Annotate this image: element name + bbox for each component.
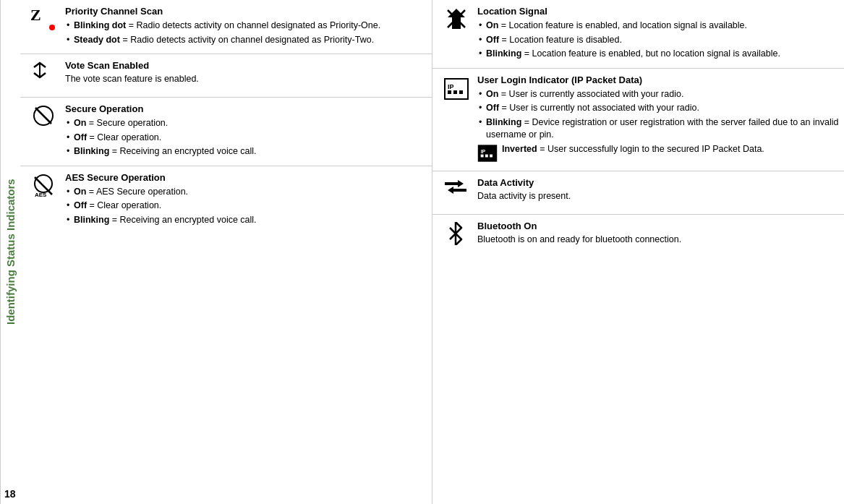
svg-point-3 (35, 175, 52, 192)
text-secure-on: = Secure operation. (89, 118, 168, 128)
row-bluetooth-on: Bluetooth On Bluetooth is on and ready f… (432, 215, 844, 258)
location-signal-text: Location Signal On = Location feature is… (474, 6, 840, 62)
term-location-on: On (486, 20, 498, 30)
svg-rect-13 (479, 145, 497, 161)
row-data-activity: Data Activity Data activity is present. (432, 171, 844, 215)
term-secure-on: On (74, 118, 86, 128)
text-aes-blinking: = Receiving an encrypted voice call. (112, 215, 257, 225)
term-steady-dot: Steady dot (74, 35, 120, 45)
bullet-location-blinking: Blinking = Location feature is enabled, … (477, 48, 840, 61)
icon-priority-channel-scan: Z (25, 6, 62, 33)
text-steady-dot: = Radio detects activity on channel desi… (122, 35, 374, 45)
data-activity-title: Data Activity (477, 177, 840, 188)
aes-secure-icon: AES (31, 174, 56, 198)
text-login-blinking: = Device registration or user registrati… (486, 117, 838, 140)
icon-location-cell (437, 6, 474, 29)
bullet-location-on: On = Location feature is enabled, and lo… (477, 20, 840, 33)
data-activity-subtitle: Data activity is present. (477, 191, 840, 201)
sidebar-label: Identifying Status Indicators (0, 0, 20, 504)
priority-scan-icon: Z (30, 7, 56, 33)
term-blinking-dot: Blinking dot (74, 20, 126, 30)
bullet-secure-off: Off = Clear operation. (65, 132, 427, 145)
row-secure-operation: Secure Operation On = Secure operation. … (20, 98, 432, 166)
icon-aes-cell: AES (25, 172, 62, 198)
row-priority-channel-scan: Z Priority Channel Scan Blinking dot = R… (20, 0, 432, 54)
text-blinking-dot: = Radio detects activity on channel desi… (129, 20, 380, 30)
text-location-blinking: = Location feature is enabled, but no lo… (524, 48, 780, 59)
main-content: Z Priority Channel Scan Blinking dot = R… (20, 0, 844, 504)
row-aes-secure: AES AES Secure Operation On = AES Secure… (20, 166, 432, 234)
icon-vote-scan-cell (25, 60, 62, 80)
term-aes-blinking: Blinking (74, 215, 109, 225)
left-panel: Z Priority Channel Scan Blinking dot = R… (20, 0, 432, 504)
bluetooth-icon (446, 222, 465, 244)
svg-text:IP: IP (448, 83, 454, 90)
svg-rect-12 (459, 90, 463, 94)
vote-scan-subtitle: The vote scan feature is enabled. (65, 74, 427, 84)
row-user-login: IP User Login Indicator (IP Packet Data)… (432, 69, 844, 171)
user-login-title: User Login Indicator (IP Packet Data) (477, 74, 840, 85)
term-location-blinking: Blinking (486, 48, 521, 59)
bullet-aes-on: On = AES Secure operation. (65, 186, 427, 199)
bluetooth-on-subtitle: Bluetooth is on and ready for bluetooth … (477, 234, 840, 244)
bullet-login-on: On = User is currently associated with y… (477, 88, 840, 101)
text-login-on: = User is currently associated with your… (501, 89, 684, 99)
bullet-login-off: Off = User is currently not associated w… (477, 102, 840, 115)
svg-text:AES: AES (35, 192, 47, 198)
term-login-on: On (486, 89, 498, 99)
bullet-aes-off: Off = Clear operation. (65, 200, 427, 213)
icon-data-activity-cell (437, 177, 474, 197)
priority-channel-scan-title: Priority Channel Scan (65, 6, 427, 17)
secure-operation-text: Secure Operation On = Secure operation. … (62, 103, 427, 160)
user-login-bullets: On = User is currently associated with y… (477, 88, 840, 163)
svg-rect-10 (448, 90, 451, 94)
bullet-login-inverted: IP Inverted = User successfully login to… (477, 143, 840, 163)
page-number: 18 (4, 488, 16, 500)
term-login-inverted: Inverted (502, 144, 537, 154)
location-signal-bullets: On = Location feature is enabled, and lo… (477, 20, 840, 61)
svg-rect-17 (490, 154, 493, 157)
bullet-aes-blinking: Blinking = Receiving an encrypted voice … (65, 214, 427, 227)
icon-bluetooth-cell (437, 221, 474, 244)
aes-secure-text: AES Secure Operation On = AES Secure ope… (62, 172, 427, 228)
location-signal-title: Location Signal (477, 6, 840, 17)
bullet-location-off: Off = Location feature is disabled. (477, 34, 840, 47)
text-aes-on: = AES Secure operation. (89, 187, 188, 197)
bullet-secure-blinking: Blinking = Receiving an encrypted voice … (65, 145, 427, 158)
bluetooth-on-title: Bluetooth On (477, 221, 840, 231)
row-vote-scan: Vote Scan Enabled The vote scan feature … (20, 54, 432, 98)
term-location-off: Off (486, 35, 499, 45)
term-aes-on: On (74, 187, 86, 197)
user-login-text: User Login Indicator (IP Packet Data) On… (474, 74, 840, 165)
aes-secure-bullets: On = AES Secure operation. Off = Clear o… (65, 186, 427, 227)
text-secure-off: = Clear operation. (90, 132, 162, 142)
z-letter-icon: Z (30, 6, 41, 24)
ip-inverted-icon: IP (477, 143, 498, 163)
icon-user-login-cell: IP (437, 74, 474, 101)
term-secure-off: Off (74, 132, 87, 142)
svg-marker-19 (448, 187, 466, 194)
text-aes-off: = Clear operation. (90, 200, 162, 210)
aes-secure-title: AES Secure Operation (65, 172, 427, 183)
bullet-secure-on: On = Secure operation. (65, 117, 427, 130)
data-activity-text: Data Activity Data activity is present. (474, 177, 840, 202)
term-login-off: Off (486, 103, 499, 113)
priority-channel-scan-bullets: Blinking dot = Radio detects activity on… (65, 20, 427, 46)
secure-operation-icon (33, 105, 54, 127)
term-aes-off: Off (74, 200, 87, 210)
icon-secure-cell (25, 103, 62, 127)
term-login-blinking: Blinking (486, 117, 521, 127)
data-activity-icon (445, 179, 466, 197)
text-location-on: = Location feature is enabled, and locat… (501, 20, 747, 30)
svg-rect-16 (485, 154, 488, 157)
vote-scan-text: Vote Scan Enabled The vote scan feature … (62, 60, 427, 85)
secure-operation-title: Secure Operation (65, 103, 427, 114)
secure-operation-bullets: On = Secure operation. Off = Clear opera… (65, 117, 427, 158)
text-login-off: = User is currently not associated with … (502, 103, 699, 113)
right-panel: Location Signal On = Location feature is… (432, 0, 844, 504)
svg-rect-15 (481, 154, 484, 157)
svg-marker-18 (445, 180, 464, 187)
text-location-off: = Location feature is disabled. (502, 35, 622, 45)
priority-channel-scan-text: Priority Channel Scan Blinking dot = Rad… (62, 6, 427, 48)
row-location-signal: Location Signal On = Location feature is… (432, 0, 844, 69)
